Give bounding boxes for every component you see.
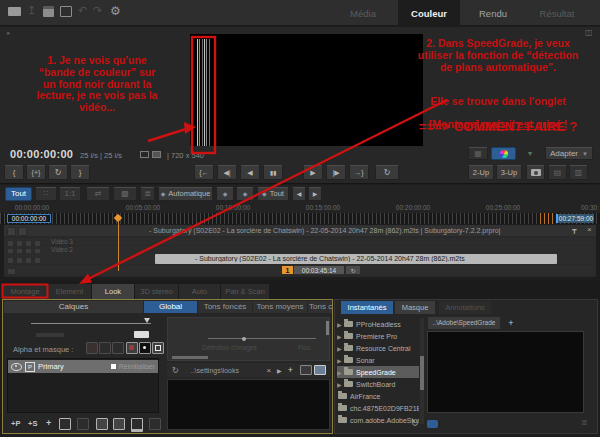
tree-item[interactable]: ▶Sonar: [337, 354, 419, 366]
link-clips-button[interactable]: ⇄: [86, 187, 110, 201]
tree-item[interactable]: chc.4875E02D9FB21EE38: [337, 402, 419, 414]
set-out-button[interactable]: }: [70, 165, 90, 180]
tree-item[interactable]: ▶Premiere Pro: [337, 330, 419, 342]
snapshot-path-tab[interactable]: ..\Adobe\SpeedGrade: [428, 317, 500, 329]
add-secondary-button[interactable]: +S: [28, 419, 37, 428]
range-tab-global[interactable]: Global: [144, 301, 197, 313]
add-layer-button[interactable]: +: [46, 418, 51, 428]
zoom-one-button[interactable]: 1:1: [59, 187, 81, 201]
reset-label[interactable]: Réinitialiser: [119, 363, 155, 370]
two-up-button[interactable]: 2-Up: [468, 165, 494, 180]
group-icon[interactable]: [96, 418, 108, 430]
range-tab-midtones[interactable]: Tons moyens: [253, 301, 307, 313]
loop-playback-button[interactable]: ↻: [375, 165, 399, 180]
tree-item-selected[interactable]: ▶SpeedGrade: [337, 366, 419, 378]
marker-timecode-box[interactable]: 00:03:45:14: [294, 266, 344, 274]
refresh-icon[interactable]: ↻: [172, 366, 179, 375]
add-primary-button[interactable]: +P: [11, 419, 20, 428]
layers-stack-icon[interactable]: [59, 418, 71, 430]
monitor-icon-a[interactable]: [140, 151, 149, 158]
grid-button[interactable]: ≣: [140, 187, 155, 201]
tab-element[interactable]: Element: [48, 284, 91, 299]
tab-instantanes[interactable]: Instantanés: [341, 301, 393, 314]
snapshot-camera-button[interactable]: [526, 165, 545, 180]
thumbnails-button[interactable]: ▩: [113, 187, 137, 201]
merge-arrow-icon[interactable]: [77, 418, 89, 430]
mask-mode-icon-1[interactable]: [86, 342, 98, 354]
tab-rendu[interactable]: Rendu: [466, 0, 520, 26]
play-look-icon[interactable]: ▶: [277, 367, 282, 374]
reset-checkbox[interactable]: [111, 364, 116, 369]
layer-row-primary[interactable]: P Primary Réinitialiser: [8, 360, 158, 373]
sequence-row[interactable]: - Suburgatory (S02E02 - La sorcière de C…: [4, 225, 596, 236]
eye-icon[interactable]: [25, 257, 32, 264]
timeline-clip[interactable]: - Suburgatory (S02E02 - La sorcière de C…: [155, 254, 557, 264]
tab-pan-scan[interactable]: Pan & Scan: [221, 284, 269, 299]
add-look-icon[interactable]: +: [288, 365, 293, 375]
settings-wrench-icon[interactable]: ⚙: [110, 4, 121, 18]
slate-icon[interactable]: [43, 6, 54, 17]
tab-montage[interactable]: Montage: [3, 284, 47, 299]
tree-item[interactable]: AirFrance: [337, 390, 419, 402]
alpha-display-icon[interactable]: ▾: [528, 149, 532, 158]
snapshot-browser-empty[interactable]: [427, 331, 584, 413]
h-scrollbar[interactable]: [172, 356, 208, 359]
panel-resize-icon[interactable]: ≣: [581, 418, 588, 427]
pin-icon[interactable]: ┳: [572, 226, 576, 234]
track-video3-row[interactable]: Video 3: [4, 238, 596, 245]
goto-in-button[interactable]: {←: [194, 165, 214, 180]
video-canvas[interactable]: [190, 34, 423, 148]
expand-arrow-icon[interactable]: ▶: [337, 381, 344, 388]
definition-slider-handle[interactable]: [242, 337, 246, 341]
mask-mode-icon-2[interactable]: [99, 342, 111, 354]
snapshot-image-icon[interactable]: [60, 6, 72, 17]
play-button[interactable]: ▶: [303, 165, 323, 180]
expand-arrow-icon[interactable]: ▶: [337, 369, 344, 376]
aux-button-2[interactable]: ▥: [569, 165, 588, 180]
goto-out-button[interactable]: →}: [349, 165, 369, 180]
import-icon[interactable]: ↥: [27, 4, 36, 17]
tab-auto[interactable]: Auto: [179, 284, 220, 299]
step-forward-button[interactable]: |▶: [326, 165, 346, 180]
prev-marker-button[interactable]: ◀: [292, 187, 306, 201]
snapshot-camera-blue-icon[interactable]: [427, 420, 438, 428]
tab-resultat[interactable]: Résultat: [527, 0, 587, 26]
undo-icon[interactable]: ↶: [78, 4, 87, 17]
close-icon[interactable]: ×: [266, 366, 271, 375]
tab-annotations[interactable]: Annotations: [439, 301, 491, 314]
tab-couleur[interactable]: Couleur: [398, 0, 460, 26]
drag-handle-icon[interactable]: [7, 268, 16, 275]
monitor-icon-b[interactable]: [152, 151, 161, 158]
track-video1-row[interactable]: - Suburgatory (S02E02 - La sorcière de C…: [4, 253, 596, 264]
three-up-button[interactable]: 3-Up: [496, 165, 522, 180]
tree-scrollbar[interactable]: [420, 318, 424, 424]
save-look-icon[interactable]: [131, 418, 143, 432]
trash-icon[interactable]: [149, 418, 161, 430]
opacity-slider[interactable]: [31, 323, 151, 324]
expand-arrow-icon[interactable]: ▶: [337, 321, 344, 328]
timeline-tick-strip[interactable]: 00:00:00:00 00:27:59:00: [0, 213, 600, 224]
opacity-value-box[interactable]: [134, 331, 149, 338]
expand-arrow-icon[interactable]: ▶: [337, 345, 344, 352]
speaker-icon[interactable]: [34, 257, 41, 264]
range-tab-highlights[interactable]: Tons clairs: [308, 301, 333, 313]
track-video2-row[interactable]: Video 2: [4, 246, 596, 253]
marker-number-badge[interactable]: 1: [282, 266, 293, 274]
looks-browser-empty[interactable]: [167, 379, 330, 430]
add-snapshot-tab-button[interactable]: +: [505, 317, 517, 329]
keyframe-auto-button[interactable]: ◆ Automatique: [158, 187, 213, 201]
close-icon[interactable]: ×: [587, 225, 592, 234]
mask-mode-icon-3[interactable]: [112, 342, 124, 354]
snapshot-refresh-icon[interactable]: ↻: [411, 418, 419, 428]
tree-item[interactable]: ▶Resource Central: [337, 342, 419, 354]
open-folder-icon[interactable]: [8, 7, 21, 16]
slider-handle-icon[interactable]: [144, 318, 150, 323]
rgb-display-button[interactable]: [491, 147, 516, 160]
keyframe-prev-button[interactable]: ◆: [216, 187, 234, 201]
monitor-header-left-icon[interactable]: ▸: [7, 29, 11, 37]
zoom-half-button[interactable]: ∷: [35, 187, 57, 201]
tab-masque[interactable]: Masque: [395, 301, 435, 314]
tree-item[interactable]: ▶PProHeadless: [337, 318, 419, 330]
tree-item[interactable]: ▶SwitchBoard: [337, 378, 419, 390]
eye-icon[interactable]: [11, 363, 22, 371]
